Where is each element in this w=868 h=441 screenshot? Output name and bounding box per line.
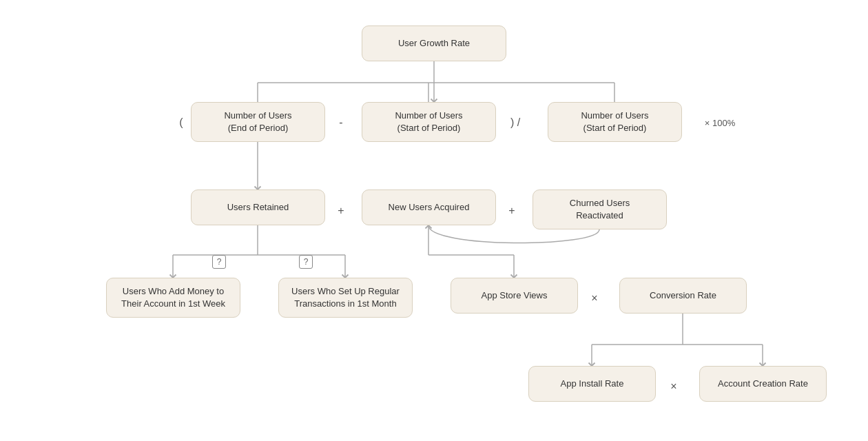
operator-plus2: + [502, 201, 522, 221]
node-conversion-rate: Conversion Rate [619, 278, 747, 314]
node-app-install-rate: App Install Rate [528, 366, 656, 402]
node-num-users-start-mid: Number of Users(Start of Period) [362, 102, 496, 142]
node-num-users-end: Number of Users(End of Period) [191, 102, 325, 142]
node-new-users-acquired: New Users Acquired [362, 189, 496, 225]
node-users-regular-tx: Users Who Set Up RegularTransactions in … [278, 278, 413, 318]
node-users-add-money: Users Who Add Money toTheir Account in 1… [106, 278, 240, 318]
operator-times-conv: × [584, 288, 605, 309]
operator-times-install: × [663, 376, 684, 397]
question-badge-1[interactable]: ? [212, 255, 226, 269]
diagram: User Growth Rate ( Number of Users(End o… [0, 0, 868, 441]
operator-times-100: × 100% [689, 112, 751, 133]
operator-close-div: ) / [502, 112, 529, 133]
node-account-creation-rate: Account Creation Rate [699, 366, 827, 402]
operator-open-paren: ( [171, 112, 192, 133]
node-app-store-views: App Store Views [451, 278, 578, 314]
question-badge-2[interactable]: ? [299, 255, 313, 269]
node-churned-users: Churned UsersReactivated [533, 189, 667, 229]
node-num-users-start-right: Number of Users(Start of Period) [548, 102, 682, 142]
node-users-retained: Users Retained [191, 189, 325, 225]
operator-plus1: + [331, 201, 351, 221]
node-user-growth-rate: User Growth Rate [362, 25, 506, 61]
operator-minus: - [331, 112, 351, 133]
